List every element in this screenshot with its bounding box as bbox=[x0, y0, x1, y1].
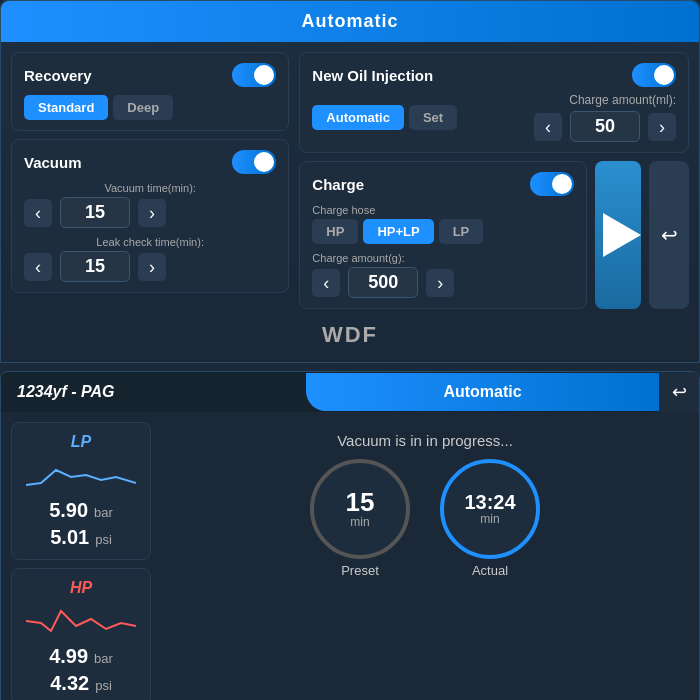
leak-check-decrease[interactable]: ‹ bbox=[24, 253, 52, 281]
hp-label: HP bbox=[22, 579, 140, 597]
oil-amount-decrease[interactable]: ‹ bbox=[534, 113, 562, 141]
oil-injection-toggle[interactable] bbox=[632, 63, 676, 87]
vacuum-title: Vacuum bbox=[24, 154, 82, 171]
charge-amount-ml-label: Charge amount(ml): bbox=[569, 93, 676, 107]
recovery-standard-btn[interactable]: Standard bbox=[24, 95, 108, 120]
actual-timer-circle: 13:24 min bbox=[440, 459, 540, 559]
hp-gauge-card: HP 4.99 bar 4.32 psi bbox=[11, 568, 151, 700]
recovery-card: Recovery Standard Deep bbox=[11, 52, 289, 131]
vacuum-time-stepper: ‹ 15 › bbox=[24, 197, 276, 228]
play-button[interactable] bbox=[595, 161, 641, 309]
hp-bar-unit: bar bbox=[94, 651, 113, 666]
actual-timer-unit: min bbox=[480, 512, 499, 526]
wdf-logo: WDF bbox=[1, 314, 699, 352]
bottom-right: Vacuum is in in progress... 15 min Prese… bbox=[161, 422, 689, 700]
charge-card: Charge Charge hose HP HP+LP LP Charge am… bbox=[299, 161, 587, 309]
top-panel-header: Automatic bbox=[1, 1, 699, 42]
charge-amount-increase[interactable]: › bbox=[426, 269, 454, 297]
leak-check-label: Leak check time(min): bbox=[24, 236, 276, 248]
leak-check-stepper: ‹ 15 › bbox=[24, 251, 276, 282]
charge-amount-decrease[interactable]: ‹ bbox=[312, 269, 340, 297]
charge-hose-label: Charge hose bbox=[312, 204, 574, 216]
vacuum-toggle[interactable] bbox=[232, 150, 276, 174]
lp-bar-value: 5.90 bbox=[49, 499, 88, 522]
oil-injection-mode-buttons: Automatic Set bbox=[312, 105, 457, 130]
bottom-back-icon: ↩ bbox=[672, 381, 687, 403]
oil-amount-value: 50 bbox=[570, 111, 640, 142]
oil-automatic-btn[interactable]: Automatic bbox=[312, 105, 404, 130]
hp-psi-value: 4.32 bbox=[50, 672, 89, 695]
oil-injection-card: New Oil Injection Automatic Set Charge a… bbox=[299, 52, 689, 153]
status-text: Vacuum is in in progress... bbox=[337, 432, 513, 449]
leak-check-increase[interactable]: › bbox=[138, 253, 166, 281]
charge-hose-buttons: HP HP+LP LP bbox=[312, 219, 574, 244]
preset-timer-unit: min bbox=[350, 515, 369, 529]
recovery-title: Recovery bbox=[24, 67, 92, 84]
recovery-deep-btn[interactable]: Deep bbox=[113, 95, 173, 120]
lp-bar-unit: bar bbox=[94, 505, 113, 520]
charge-amount-stepper: ‹ 500 › bbox=[312, 267, 574, 298]
actual-timer-label: Actual bbox=[472, 563, 508, 578]
charge-amount-value: 500 bbox=[348, 267, 418, 298]
lp-graph bbox=[22, 455, 140, 495]
refrigerant-label: 1234yf - PAG bbox=[1, 373, 306, 411]
lp-label: LP bbox=[22, 433, 140, 451]
hp-psi-row: 4.32 psi bbox=[22, 672, 140, 695]
hp-bar-row: 4.99 bar bbox=[22, 645, 140, 668]
recovery-mode-buttons: Standard Deep bbox=[24, 95, 276, 120]
vacuum-card: Vacuum Vacuum time(min): ‹ 15 › Leak che… bbox=[11, 139, 289, 293]
bottom-panel: 1234yf - PAG Automatic ↩ LP 5.90 bar bbox=[0, 371, 700, 700]
actual-timer-card: 13:24 min Actual bbox=[440, 459, 540, 578]
preset-timer-circle: 15 min bbox=[310, 459, 410, 559]
play-icon bbox=[603, 213, 641, 257]
charge-amount-g-label: Charge amount(g): bbox=[312, 252, 574, 264]
right-bottom-row: Charge Charge hose HP HP+LP LP Charge am… bbox=[299, 161, 689, 309]
charge-hp-lp-btn[interactable]: HP+LP bbox=[363, 219, 433, 244]
timers-row: 15 min Preset 13:24 min Actual bbox=[310, 459, 540, 578]
preset-timer-label: Preset bbox=[341, 563, 379, 578]
right-column: New Oil Injection Automatic Set Charge a… bbox=[299, 52, 689, 309]
oil-amount-stepper: ‹ 50 › bbox=[534, 111, 676, 142]
top-panel: Automatic Recovery Standard Deep Vacuum bbox=[0, 0, 700, 363]
vacuum-time-increase[interactable]: › bbox=[138, 199, 166, 227]
lp-psi-row: 5.01 psi bbox=[22, 526, 140, 549]
charge-lp-btn[interactable]: LP bbox=[439, 219, 484, 244]
top-header-title: Automatic bbox=[301, 11, 398, 31]
charge-toggle[interactable] bbox=[530, 172, 574, 196]
lp-psi-unit: psi bbox=[95, 532, 112, 547]
play-back-wrapper: ↩ bbox=[595, 161, 689, 309]
vacuum-time-value: 15 bbox=[60, 197, 130, 228]
recovery-toggle[interactable] bbox=[232, 63, 276, 87]
bottom-mode-header: Automatic bbox=[306, 373, 659, 411]
left-column: Recovery Standard Deep Vacuum Vacuum tim… bbox=[11, 52, 289, 309]
oil-injection-title: New Oil Injection bbox=[312, 67, 433, 84]
actual-timer-value: 13:24 bbox=[464, 492, 515, 512]
lp-gauge-card: LP 5.90 bar 5.01 psi bbox=[11, 422, 151, 560]
oil-set-btn[interactable]: Set bbox=[409, 105, 457, 130]
gauge-column: LP 5.90 bar 5.01 psi HP bbox=[11, 422, 151, 700]
bottom-header: 1234yf - PAG Automatic ↩ bbox=[1, 372, 699, 412]
leak-check-value: 15 bbox=[60, 251, 130, 282]
bottom-back-button[interactable]: ↩ bbox=[659, 372, 699, 412]
charge-title: Charge bbox=[312, 176, 364, 193]
bottom-content: LP 5.90 bar 5.01 psi HP bbox=[1, 412, 699, 700]
hp-graph bbox=[22, 601, 140, 641]
lp-bar-row: 5.90 bar bbox=[22, 499, 140, 522]
vacuum-time-decrease[interactable]: ‹ bbox=[24, 199, 52, 227]
preset-timer-value: 15 bbox=[346, 489, 375, 515]
hp-bar-value: 4.99 bbox=[49, 645, 88, 668]
hp-psi-unit: psi bbox=[95, 678, 112, 693]
preset-timer-card: 15 min Preset bbox=[310, 459, 410, 578]
charge-hp-btn[interactable]: HP bbox=[312, 219, 358, 244]
vacuum-time-label: Vacuum time(min): bbox=[24, 182, 276, 194]
top-back-button[interactable]: ↩ bbox=[649, 161, 689, 309]
bottom-mode-title: Automatic bbox=[443, 383, 521, 400]
oil-amount-increase[interactable]: › bbox=[648, 113, 676, 141]
lp-psi-value: 5.01 bbox=[50, 526, 89, 549]
